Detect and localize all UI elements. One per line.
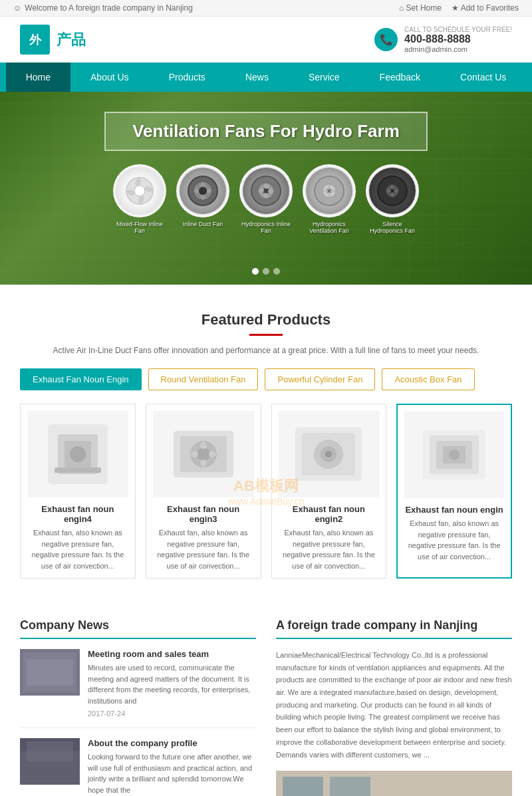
product-card-2[interactable]: Exhaust fan noun engin3 Exhaust fan, als… xyxy=(146,404,261,579)
hero-product-4[interactable]: Hydroponics Ventilation Fan xyxy=(303,164,356,234)
logo-icon-box: 外 xyxy=(20,25,50,55)
product-card-img-3 xyxy=(279,411,380,497)
tab-round-ventilation[interactable]: Round Ventilation Fan xyxy=(148,368,259,390)
top-bar: ☺ Welcome to A foreign trade company in … xyxy=(0,0,532,17)
product-cards-wrapper: Exhaust fan noun engin4 Exhaust fan, als… xyxy=(20,404,512,579)
svg-point-4 xyxy=(199,187,207,195)
set-home-link[interactable]: ⌂ Set Home xyxy=(399,3,442,13)
news-img-bg-1 xyxy=(20,649,80,696)
home-icon: ⌂ xyxy=(399,3,406,13)
svg-rect-38 xyxy=(27,741,73,761)
product-tabs: Exhaust Fan Noun Engin Round Ventilation… xyxy=(20,368,512,390)
hero-product-label-5: Silence Hydroponics Fan xyxy=(366,221,419,234)
welcome-text: Welcome to A foreign trade company in Na… xyxy=(25,3,193,13)
svg-point-27 xyxy=(325,451,332,458)
news-item-desc-1: Minutes are used to record, communicate … xyxy=(88,662,256,706)
nav-item-feedback[interactable]: Feedback xyxy=(360,63,440,92)
news-img-2 xyxy=(20,738,80,785)
logo-text: 产品 xyxy=(57,30,86,50)
nav-item-products[interactable]: Products xyxy=(149,63,225,92)
fan-icon-2 xyxy=(180,168,226,214)
svg-rect-51 xyxy=(276,771,512,796)
tab-exhaust-fan[interactable]: Exhaust Fan Noun Engin xyxy=(20,368,142,390)
news-item-title-1: Meeting room and sales team xyxy=(88,649,256,659)
hero-product-5[interactable]: Silence Hydroponics Fan xyxy=(366,164,419,234)
news-item-2[interactable]: About the company profile Looking forwar… xyxy=(20,738,256,796)
phone-icon: 📞 xyxy=(374,28,398,51)
product-card-1[interactable]: Exhaust fan noun engin4 Exhaust fan, als… xyxy=(20,404,136,579)
fan-icon-3 xyxy=(243,168,289,214)
star-icon: ★ xyxy=(452,3,461,13)
add-favorites-link[interactable]: ★ Add to Favorites xyxy=(452,3,519,13)
hero-dot-3[interactable] xyxy=(273,268,280,275)
product-desc-3: Exhaust fan, also known as negative pres… xyxy=(279,527,380,571)
hero-carousel-dots xyxy=(252,268,280,275)
fan-icon-4 xyxy=(306,168,352,214)
hero-product-img-4 xyxy=(303,164,356,217)
fan-icon-5 xyxy=(369,168,416,214)
about-section-title: A foreign trade company in Nanjing xyxy=(276,618,512,639)
hero-product-label-2: Inline Duct Fan xyxy=(183,221,223,227)
hero-product-2[interactable]: Inline Duct Fan xyxy=(176,164,229,234)
about-image xyxy=(276,771,512,796)
hero-product-3[interactable]: Hydroponics Inline Fan xyxy=(239,164,293,234)
product-name-4: Exhaust fan noun engin xyxy=(404,505,504,515)
smile-icon: ☺ xyxy=(13,3,21,13)
fan-icon-1 xyxy=(116,168,163,214)
hero-banner: Ventilation Fans For Hydro Farm Mixed-Fl… xyxy=(0,92,532,285)
news-item-1[interactable]: Meeting room and sales team Minutes are … xyxy=(20,649,256,728)
svg-rect-18 xyxy=(55,467,101,473)
hero-dot-2[interactable] xyxy=(263,268,269,275)
phone-info: CALL TO SCHEDULE YOUR FREE! 400-888-8888… xyxy=(404,26,512,53)
news-item-desc-2: Looking forward to the future one after … xyxy=(88,751,256,795)
product-card-img-4 xyxy=(404,412,504,498)
featured-products-desc: Active Air In-Line Duct Fans offer innov… xyxy=(20,346,512,355)
product-name-3: Exhaust fan noun engin2 xyxy=(279,504,380,524)
product-desc-4: Exhaust fan, also known as negative pres… xyxy=(404,518,504,562)
product-card-4[interactable]: Exhaust fan noun engin Exhaust fan, also… xyxy=(396,404,512,579)
company-news: Company News Meeting room and sales team… xyxy=(20,618,256,796)
product-card-3[interactable]: Exhaust fan noun engin2 Exhaust fan, als… xyxy=(271,404,387,579)
phone-number: 400-888-8888 xyxy=(404,33,512,45)
hero-product-img-5 xyxy=(366,164,419,217)
hero-product-1[interactable]: Mixed-Flow Inline Fan xyxy=(113,164,166,234)
product-card-img-2 xyxy=(153,411,254,497)
svg-point-17 xyxy=(70,446,86,462)
featured-products-title: Featured Products xyxy=(20,311,512,329)
hero-products: Mixed-Flow Inline Fan Inline Duct Fan xyxy=(113,164,419,234)
news-content-2: About the company profile Looking forwar… xyxy=(88,738,256,796)
top-bar-actions: ⌂ Set Home ★ Add to Favorites xyxy=(399,3,519,13)
two-col-section: Company News Meeting room and sales team… xyxy=(0,598,532,796)
product-name-2: Exhaust fan noun engin3 xyxy=(153,504,254,524)
news-img-bg-2 xyxy=(20,738,80,785)
nav-item-about[interactable]: About Us xyxy=(70,63,149,92)
hero-product-label-1: Mixed-Flow Inline Fan xyxy=(113,221,166,234)
nav-item-news[interactable]: News xyxy=(225,63,289,92)
nav-item-home[interactable]: Home xyxy=(6,63,70,92)
featured-products-section: Featured Products Active Air In-Line Duc… xyxy=(0,285,532,598)
news-date-1: 2017-07-24 xyxy=(88,710,256,718)
news-section-title: Company News xyxy=(20,618,256,639)
email: admin@admin.com xyxy=(404,45,512,53)
news-img-1 xyxy=(20,649,80,696)
hero-product-label-4: Hydroponics Ventilation Fan xyxy=(303,221,356,234)
hero-dot-1[interactable] xyxy=(252,268,259,275)
svg-point-1 xyxy=(134,186,145,196)
tab-acoustic-box[interactable]: Acoustic Box Fan xyxy=(382,368,474,390)
top-bar-welcome: ☺ Welcome to A foreign trade company in … xyxy=(13,3,193,13)
news-item-title-2: About the company profile xyxy=(88,738,256,748)
tab-powerful-cylinder[interactable]: Powerful Cylinder Fan xyxy=(265,368,375,390)
nav-item-service[interactable]: Service xyxy=(289,63,360,92)
product-grid: Exhaust fan noun engin4 Exhaust fan, als… xyxy=(20,404,512,579)
svg-point-32 xyxy=(449,450,460,460)
logo[interactable]: 外 产品 xyxy=(20,25,86,55)
call-label: CALL TO SCHEDULE YOUR FREE! xyxy=(404,26,512,33)
section-divider xyxy=(249,334,283,336)
product-name-1: Exhaust fan noun engin4 xyxy=(27,504,128,524)
product-card-img-1 xyxy=(27,411,128,497)
nav-item-contact[interactable]: Contact Us xyxy=(440,63,526,92)
hero-heading: Ventilation Fans For Hydro Farm xyxy=(132,121,400,142)
product-desc-2: Exhaust fan, also known as negative pres… xyxy=(153,527,254,571)
news-content-1: Meeting room and sales team Minutes are … xyxy=(88,649,256,718)
hero-product-img-3 xyxy=(239,164,293,217)
